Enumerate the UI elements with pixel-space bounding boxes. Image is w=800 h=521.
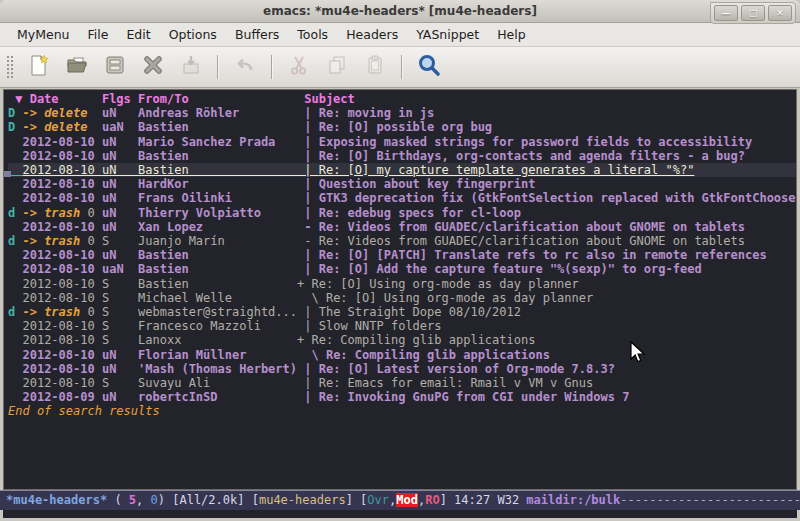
message-row[interactable]: 2012-08-10 S Michael Welle \ Re: [O] Usi… xyxy=(8,291,796,305)
modeline-segment: mu4e-headers xyxy=(259,493,346,507)
col-flags: uN xyxy=(102,206,138,220)
col-flags: uaN xyxy=(102,120,138,134)
menu-mymenu[interactable]: MyMenu xyxy=(8,24,79,45)
col-sep: | xyxy=(297,319,319,333)
col-date: 2012-08-10 xyxy=(22,333,101,347)
col-from: Frans Oilinki xyxy=(138,191,297,205)
col-from: Juanjo Marín xyxy=(138,234,297,248)
message-row[interactable]: 2012-08-10 S Lanoxx + Re: Compiling glib… xyxy=(8,333,796,347)
open-folder-button[interactable] xyxy=(60,52,94,82)
menu-buffers[interactable]: Buffers xyxy=(226,24,288,45)
modeline-segment: W32 xyxy=(497,493,526,507)
delete-button[interactable] xyxy=(136,52,170,82)
menu-headers[interactable]: Headers xyxy=(337,24,407,45)
col-mark xyxy=(8,177,22,191)
col-subj: Re: Invoking GnuPG from CGI under Window… xyxy=(319,390,630,404)
message-row[interactable]: 2012-08-10 uN Mario Sanchez Prada | Expo… xyxy=(8,135,796,149)
message-row[interactable]: 2012-08-10 uN HardKor | Question about k… xyxy=(8,177,796,191)
col-flags: uN xyxy=(102,177,138,191)
toolbar-separator xyxy=(271,55,273,79)
col-subj: Re: Compiling glib applications xyxy=(311,333,535,347)
modeline-segment: 14:27 xyxy=(454,493,497,507)
cut-scissors-icon xyxy=(287,53,311,81)
message-row[interactable]: d -> trash 0 uN Thierry Volpiatto | Re: … xyxy=(8,206,796,220)
modeline-segment: [ xyxy=(252,493,259,507)
col-mark: d xyxy=(8,234,22,248)
modeline-segment: , xyxy=(136,493,150,507)
message-row[interactable]: 2012-08-10 uN Bastien | Re: [O] my captu… xyxy=(8,163,796,177)
toolbar-grip[interactable] xyxy=(6,55,14,79)
modeline-segment: *mu4e-headers* xyxy=(6,493,107,507)
message-row[interactable]: 2012-08-10 S Bastien + Re: [O] Using org… xyxy=(8,277,796,291)
save-as-button[interactable] xyxy=(174,52,208,82)
modeline-segment: Ovr xyxy=(367,493,389,507)
col-subj: Re: moving in js xyxy=(319,106,435,120)
col-sep: \ xyxy=(297,348,326,362)
col-sep: | xyxy=(297,177,319,191)
modeline-segment: 0 xyxy=(151,493,158,507)
minimize-button[interactable]: — xyxy=(714,5,738,21)
col-subj: Exposing masked strings for password fie… xyxy=(319,135,752,149)
message-row[interactable]: 2012-08-10 uN Frans Oilinki | GTK3 depre… xyxy=(8,191,796,205)
col-subj: Re: [O] Latest version of Org-mode 7.8.3… xyxy=(319,362,615,376)
menu-file[interactable]: File xyxy=(79,24,118,45)
col-sep: | xyxy=(297,135,319,149)
message-row[interactable]: d -> trash 0 S Juanjo Marín - Re: Videos… xyxy=(8,234,796,248)
col-sep: | xyxy=(297,248,319,262)
message-row[interactable]: D -> delete uaN Bastien | Re: [O] possib… xyxy=(8,120,796,134)
col-date: 2012-08-09 xyxy=(22,390,101,404)
menu-options[interactable]: Options xyxy=(160,24,226,45)
col-date: 2012-08-10 xyxy=(22,291,101,305)
undo-button[interactable] xyxy=(228,52,262,82)
title-bar[interactable]: emacs: *mu4e-headers* [mu4e-headers] — □… xyxy=(0,0,800,23)
message-row[interactable]: D -> delete uN Andreas Röhler | Re: movi… xyxy=(8,106,796,120)
maximize-button[interactable]: □ xyxy=(741,5,765,21)
menu-yasnippet[interactable]: YASnippet xyxy=(407,24,488,45)
message-row[interactable]: 2012-08-10 uN Xan Lopez - Re: Videos fro… xyxy=(8,220,796,234)
toolbar xyxy=(0,47,800,88)
toolbar-separator xyxy=(217,55,219,79)
message-row[interactable]: 2012-08-09 uN robertcInSD | Re: Invoking… xyxy=(8,390,796,404)
mode-line: *mu4e-headers* ( 5, 0) [All/2.0k] [mu4e-… xyxy=(0,490,800,510)
message-row[interactable]: 2012-08-10 uaN Bastien | Re: [O] Add the… xyxy=(8,262,796,276)
message-row[interactable]: 2012-08-10 uN Bastien | Re: [O] [PATCH] … xyxy=(8,248,796,262)
open-folder-icon xyxy=(65,53,89,81)
message-row[interactable]: 2012-08-10 S Suvayu Ali | Re: Emacs for … xyxy=(8,376,796,390)
modeline-segment: RO xyxy=(425,493,439,507)
menu-tools[interactable]: Tools xyxy=(288,24,337,45)
col-from: Xan Lopez xyxy=(138,220,297,234)
col-flags: S xyxy=(102,319,138,333)
new-file-button[interactable] xyxy=(22,52,56,82)
message-row[interactable]: 2012-08-10 S Francesco Mazzoli | Slow NN… xyxy=(8,319,796,333)
copy-icon xyxy=(325,53,349,81)
col-from: 'Mash (Thomas Herbert) xyxy=(138,362,297,376)
col-flags: S xyxy=(102,277,138,291)
paste-button[interactable] xyxy=(358,52,392,82)
menu-edit[interactable]: Edit xyxy=(117,24,159,45)
col-flags: S xyxy=(102,234,138,248)
modeline-segment: ) xyxy=(158,493,172,507)
menu-bar: MyMenuFileEditOptionsBuffersToolsHeaders… xyxy=(0,23,800,47)
col-mark xyxy=(8,348,22,362)
save-button[interactable] xyxy=(98,52,132,82)
message-row[interactable]: d -> trash 0 S webmaster@straightd... | … xyxy=(8,305,796,319)
copy-button[interactable] xyxy=(320,52,354,82)
modeline-segment: maildir:/bulk xyxy=(526,493,620,507)
close-button[interactable]: ✕ xyxy=(768,5,792,21)
message-row[interactable]: 2012-08-10 uN Florian Müllner \ Re: Comp… xyxy=(8,348,796,362)
menu-help[interactable]: Help xyxy=(488,24,535,45)
col-from: Francesco Mazzoli xyxy=(138,319,297,333)
col-d2: 0 xyxy=(87,234,101,248)
col-from: HardKor xyxy=(138,177,297,191)
col-mark: d xyxy=(8,206,22,220)
mu4e-headers-buffer[interactable]: ▼ Date Flgs From/To Subject D -> delete … xyxy=(3,89,797,490)
echo-area[interactable] xyxy=(0,510,800,518)
message-row[interactable]: 2012-08-10 uN 'Mash (Thomas Herbert) | R… xyxy=(8,362,796,376)
col-date: 2012-08-10 xyxy=(22,262,101,276)
modeline-segment: ] xyxy=(440,493,454,507)
col-subj: Re: Emacs for email: Rmail v VM v Gnus xyxy=(319,376,594,390)
cut-button[interactable] xyxy=(282,52,316,82)
search-button[interactable] xyxy=(412,52,446,82)
message-row[interactable]: 2012-08-10 uN Bastien | Re: [O] Birthday… xyxy=(8,149,796,163)
col-sep: | xyxy=(297,163,319,177)
